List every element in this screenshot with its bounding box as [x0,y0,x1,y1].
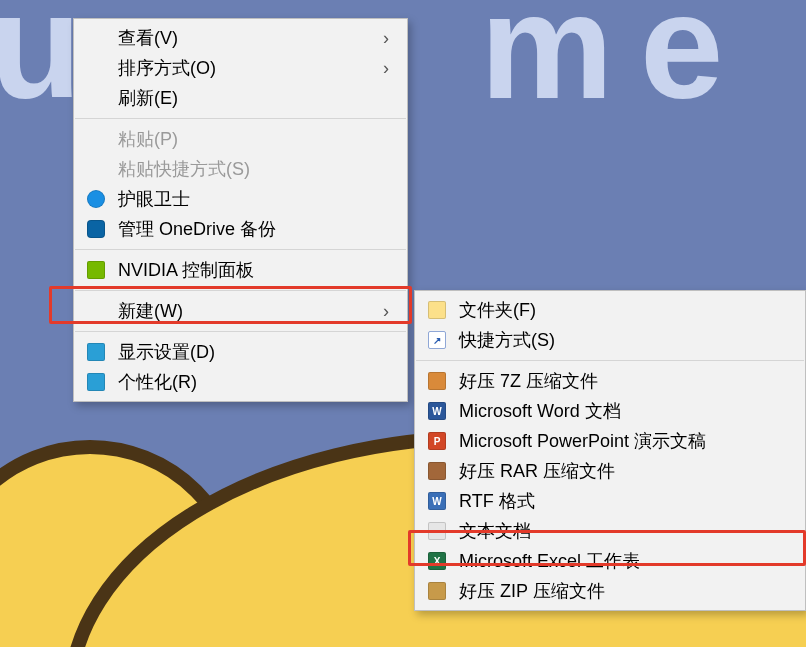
menu-item-display-settings[interactable]: 显示设置(D) [74,337,407,367]
wallpaper-letter-e: e [640,0,723,133]
menu-separator [75,118,406,119]
menu-separator [75,290,406,291]
menu-item-label: 个性化(R) [118,370,389,394]
menu-item-new-rtf[interactable]: W RTF 格式 [415,486,805,516]
excel-icon: X [427,551,447,571]
new-submenu: 文件夹(F) ↗ 快捷方式(S) 好压 7Z 压缩文件 W Microsoft … [414,290,806,611]
chevron-right-icon: › [383,58,389,79]
menu-item-label: Microsoft PowerPoint 演示文稿 [459,429,787,453]
wallpaper-letter-m: m [480,0,613,133]
menu-item-nvidia[interactable]: NVIDIA 控制面板 [74,255,407,285]
archive-zip-icon [427,581,447,601]
menu-item-new-word[interactable]: W Microsoft Word 文档 [415,396,805,426]
menu-item-label: 好压 RAR 压缩文件 [459,459,787,483]
menu-item-label: Microsoft Word 文档 [459,399,787,423]
menu-item-paste: 粘贴(P) [74,124,407,154]
chevron-right-icon: › [383,28,389,49]
menu-item-label: 文件夹(F) [459,298,787,322]
onedrive-icon [86,219,106,239]
menu-item-new-folder[interactable]: 文件夹(F) [415,295,805,325]
menu-item-view[interactable]: 查看(V) › [74,23,407,53]
word-icon: W [427,401,447,421]
menu-item-label: 显示设置(D) [118,340,389,364]
eye-guard-icon [86,189,106,209]
menu-item-personalize[interactable]: 个性化(R) [74,367,407,397]
menu-item-paste-shortcut: 粘贴快捷方式(S) [74,154,407,184]
menu-item-label: RTF 格式 [459,489,787,513]
menu-item-new-7z[interactable]: 好压 7Z 压缩文件 [415,366,805,396]
display-icon [86,342,106,362]
rtf-icon: W [427,491,447,511]
menu-item-sort[interactable]: 排序方式(O) › [74,53,407,83]
folder-icon [427,300,447,320]
menu-item-label: 快捷方式(S) [459,328,787,352]
menu-item-new-txt[interactable]: 文本文档 [415,516,805,546]
archive-7z-icon [427,371,447,391]
menu-item-label: 查看(V) [118,26,359,50]
menu-item-label: NVIDIA 控制面板 [118,258,389,282]
menu-separator [75,331,406,332]
menu-item-label: 文本文档 [459,519,787,543]
powerpoint-icon: P [427,431,447,451]
shortcut-icon: ↗ [427,330,447,350]
menu-item-onedrive[interactable]: 管理 OneDrive 备份 [74,214,407,244]
menu-item-label: 粘贴快捷方式(S) [118,157,389,181]
archive-rar-icon [427,461,447,481]
wallpaper-letter-u: u [0,0,82,133]
menu-item-label: 护眼卫士 [118,187,389,211]
menu-item-new[interactable]: 新建(W) › [74,296,407,326]
menu-item-label: 粘贴(P) [118,127,389,151]
nvidia-icon [86,260,106,280]
menu-item-new-shortcut[interactable]: ↗ 快捷方式(S) [415,325,805,355]
menu-item-new-rar[interactable]: 好压 RAR 压缩文件 [415,456,805,486]
menu-item-label: 好压 7Z 压缩文件 [459,369,787,393]
personalize-icon [86,372,106,392]
menu-item-label: Microsoft Excel 工作表 [459,549,787,573]
text-file-icon [427,521,447,541]
menu-item-new-ppt[interactable]: P Microsoft PowerPoint 演示文稿 [415,426,805,456]
menu-separator [75,249,406,250]
menu-item-label: 管理 OneDrive 备份 [118,217,389,241]
desktop-context-menu: 查看(V) › 排序方式(O) › 刷新(E) 粘贴(P) 粘贴快捷方式(S) … [73,18,408,402]
chevron-right-icon: › [383,301,389,322]
menu-item-label: 新建(W) [118,299,359,323]
menu-item-label: 刷新(E) [118,86,389,110]
menu-separator [416,360,804,361]
menu-item-label: 排序方式(O) [118,56,359,80]
menu-item-new-zip[interactable]: 好压 ZIP 压缩文件 [415,576,805,606]
menu-item-refresh[interactable]: 刷新(E) [74,83,407,113]
menu-item-eye-guard[interactable]: 护眼卫士 [74,184,407,214]
menu-item-new-excel[interactable]: X Microsoft Excel 工作表 [415,546,805,576]
menu-item-label: 好压 ZIP 压缩文件 [459,579,787,603]
